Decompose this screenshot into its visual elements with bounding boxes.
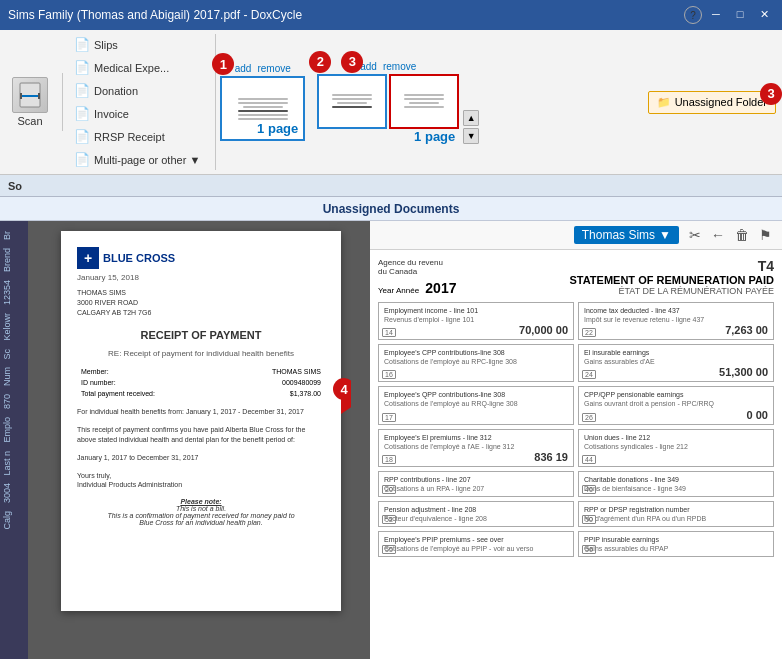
donation-icon: 📄: [74, 83, 90, 98]
template-thumb-2a[interactable]: [317, 74, 387, 129]
unassigned-folder-button[interactable]: 📁 Unassigned Folder: [648, 91, 776, 114]
doc-table: Member: THOMAS SIMS ID number: 000948009…: [77, 366, 325, 399]
add-link-1[interactable]: add: [235, 63, 252, 74]
scan-label: Scan: [17, 115, 42, 127]
t4-box-26: 26: [582, 413, 596, 422]
person-dropdown[interactable]: Thomas Sims ▼: [574, 226, 679, 244]
window-title: Sims Family (Thomas and Abigail) 2017.pd…: [8, 8, 302, 22]
template-page-label-2: 1 page: [414, 129, 455, 144]
doc-title: RECEIPT OF PAYMENT: [77, 329, 325, 341]
badge-2: 2: [309, 51, 331, 73]
sidebar-item-sc[interactable]: Sc: [0, 347, 28, 362]
sub-ribbon-text: So: [8, 180, 22, 192]
t4-box-20: 20: [382, 485, 396, 494]
template-nav: ▲ ▼: [463, 110, 479, 144]
scan-section: Scan: [6, 73, 63, 131]
t4-statement-fr: ÉTAT DE LA RÉMUNÉRATION PAYÉE: [569, 286, 774, 296]
delete-button[interactable]: 🗑: [733, 225, 751, 245]
template-thumb-1[interactable]: 1 page: [220, 76, 305, 141]
t4-field-rpp: RPP contributions - line 207 Cotisations…: [378, 471, 574, 497]
multipage-button[interactable]: 📄 Multi-page or other ▼: [67, 149, 207, 170]
svg-rect-3: [38, 93, 40, 99]
blue-cross-logo: + BLUE CROSS: [77, 247, 175, 269]
minimize-button[interactable]: ─: [706, 6, 726, 22]
medical-icon: 📄: [74, 60, 90, 75]
scan-button[interactable]: Scan: [6, 73, 54, 131]
sidebar-item-kelowr[interactable]: Kelowr: [0, 311, 28, 343]
t4-box-22: 22: [582, 328, 596, 337]
scissors-button[interactable]: ✂: [687, 225, 703, 245]
dropdown-arrow-icon: ▼: [659, 228, 671, 242]
t4-form: Agence du revenu du Canada Year Année 20…: [370, 250, 782, 565]
rrsp-button[interactable]: 📄 RRSP Receipt: [67, 126, 207, 147]
doc-sign: Yours truly, Individual Products Adminis…: [77, 471, 325, 491]
restore-button[interactable]: □: [730, 6, 750, 22]
t4-box-24: 24: [582, 370, 596, 379]
slips-button[interactable]: 📄 Slips: [67, 34, 207, 55]
doc-note: Please note: This is not a bill. This is…: [77, 498, 325, 526]
t4-statement-en: STATEMENT OF REMUNERATION PAID: [569, 274, 774, 286]
donation-button[interactable]: 📄 Donation: [67, 80, 207, 101]
sidebar-item-calg[interactable]: Calg: [0, 509, 28, 532]
sidebar-item-12354[interactable]: 12354: [0, 278, 28, 307]
invoice-button[interactable]: 📄 Invoice: [67, 103, 207, 124]
t4-year-label-en: Year: [378, 286, 394, 295]
template-group-1: 1 add remove 1 page: [220, 63, 305, 141]
right-panel: Thomas Sims ▼ ✂ ← 🗑 ⚑ Agence du revenu d…: [370, 221, 782, 659]
t4-title: T4: [569, 258, 774, 274]
nav-up-button[interactable]: ▲: [463, 110, 479, 126]
remove-link-1[interactable]: remove: [257, 63, 290, 74]
doc-types: 📄 Slips 📄 Medical Expe... 📄 Donation 📄 I…: [67, 34, 216, 170]
sidebar-item-br[interactable]: Br: [0, 229, 28, 242]
invoice-icon: 📄: [74, 106, 90, 121]
sidebar-item-num[interactable]: Num: [0, 365, 28, 388]
t4-field-qpp: Employee's QPP contributions-line 308 Co…: [378, 386, 574, 424]
back-button[interactable]: ←: [709, 225, 727, 245]
scan-icon: [12, 77, 48, 113]
t4-box-50: 50: [582, 515, 596, 524]
doc-preview: + BLUE CROSS January 15, 2018 THOMAS SIM…: [51, 221, 351, 659]
sidebar-item-3004[interactable]: 3004: [0, 481, 28, 505]
t4-field-pension-adj: Pension adjustment - line 208 Facteur d'…: [378, 501, 574, 527]
sidebar-item-brend[interactable]: Brend: [0, 246, 28, 274]
t4-field-income-tax: Income tax deducted - line 437 Impôt sur…: [578, 302, 774, 340]
doc-body: This receipt of payment confirms you hav…: [77, 425, 325, 445]
t4-fields-grid: Employment income - line 101 Revenus d'e…: [378, 302, 774, 557]
person-tools: ✂ ← 🗑 ⚑: [687, 225, 774, 245]
t4-box-52: 52: [382, 515, 396, 524]
doc-subtitle: RE: Receipt of payment for individual he…: [77, 349, 325, 358]
t4-agency-fr2: du Canada: [378, 267, 456, 276]
t4-field-pensionable: CPP/QPP pensionable earnings Gains ouvra…: [578, 386, 774, 424]
doc-period: For individual health benefits from: Jan…: [77, 407, 325, 417]
t4-field-rppdpsp: RPP or DPSP registration number No d'agr…: [578, 501, 774, 527]
sidebar-item-lastn[interactable]: Last n: [0, 449, 28, 478]
unassigned-docs-label: Unassigned Documents: [323, 202, 460, 216]
nav-down-button[interactable]: ▼: [463, 128, 479, 144]
table-row: ID number: 0009480099: [77, 377, 325, 388]
t4-field-union-dues: Union dues - line 212 Cotisations syndic…: [578, 429, 774, 467]
template-thumb-2b[interactable]: [389, 74, 459, 129]
close-button[interactable]: ✕: [754, 6, 774, 22]
medical-expense-button[interactable]: 📄 Medical Expe...: [67, 57, 207, 78]
stamp-button[interactable]: ⚑: [757, 225, 774, 245]
sidebar-item-emplo[interactable]: Emplo: [0, 415, 28, 445]
blue-cross-symbol: +: [77, 247, 99, 269]
doc-date: January 15, 2018: [77, 273, 175, 282]
t4-title-block: T4 STATEMENT OF REMUNERATION PAID ÉTAT D…: [569, 258, 774, 296]
arrow-badge-4: 4: [341, 390, 351, 414]
remove-link-2[interactable]: remove: [383, 61, 416, 72]
person-bar: Thomas Sims ▼ ✂ ← 🗑 ⚑: [370, 221, 782, 250]
sidebar-item-870[interactable]: 870: [0, 392, 28, 411]
template-page-label-1: 1 page: [257, 121, 298, 136]
t4-field-cpp: Employee's CPP contributions-line 308 Co…: [378, 344, 574, 382]
sub-ribbon: So: [0, 175, 782, 197]
blue-cross-text: BLUE CROSS: [103, 252, 175, 264]
t4-agency-fr1: Agence du revenu: [378, 258, 456, 267]
t4-box-56: 56: [582, 545, 596, 554]
left-panel: Br Brend 12354 Kelowr Sc Num 870 Emplo L…: [0, 221, 370, 659]
help-button[interactable]: ?: [684, 6, 702, 24]
person-name: Thomas Sims: [582, 228, 655, 242]
rrsp-icon: 📄: [74, 129, 90, 144]
slips-icon: 📄: [74, 37, 90, 52]
window-controls: ? ─ □ ✕: [684, 6, 774, 24]
